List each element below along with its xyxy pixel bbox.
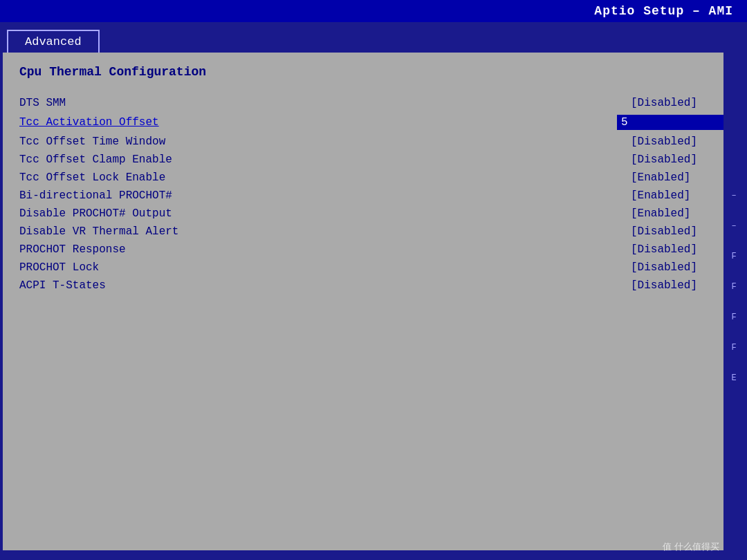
setting-label: Disable VR Thermal Alert <box>19 225 617 238</box>
setting-row[interactable]: PROCHOT Lock[Disabled] <box>19 259 728 277</box>
setting-row[interactable]: ACPI T-States[Disabled] <box>19 277 728 295</box>
setting-row[interactable]: PROCHOT Response[Disabled] <box>19 241 728 259</box>
page-title: Cpu Thermal Configuration <box>19 65 728 79</box>
setting-row[interactable]: Tcc Offset Time Window[Disabled] <box>19 133 728 151</box>
tab-row: Advanced <box>0 22 747 53</box>
setting-value[interactable]: [Enabled] <box>617 171 728 184</box>
setting-label: DTS SMM <box>19 97 617 109</box>
setting-label: ACPI T-States <box>19 279 617 292</box>
right-sidebar: – – F F F F E <box>723 53 744 550</box>
setting-value[interactable]: [Disabled] <box>617 136 728 148</box>
setting-value[interactable]: [Disabled] <box>617 279 728 292</box>
tab-advanced-label: Advanced <box>25 35 82 48</box>
setting-row[interactable]: Tcc Offset Lock Enable[Enabled] <box>19 169 728 187</box>
setting-label: Tcc Offset Clamp Enable <box>19 153 617 166</box>
setting-label: Disable PROCHOT# Output <box>19 207 617 220</box>
setting-row[interactable]: Disable PROCHOT# Output[Enabled] <box>19 205 728 223</box>
setting-value[interactable]: [Disabled] <box>617 261 728 274</box>
setting-value[interactable]: [Disabled] <box>617 225 728 238</box>
tab-advanced[interactable]: Advanced <box>7 30 100 53</box>
setting-value[interactable]: 5 <box>617 115 728 130</box>
setting-value[interactable]: [Disabled] <box>617 97 728 109</box>
setting-value[interactable]: [Disabled] <box>617 153 728 166</box>
setting-label: Tcc Offset Time Window <box>19 136 617 148</box>
setting-label: PROCHOT Response <box>19 243 617 256</box>
setting-row[interactable]: Disable VR Thermal Alert[Disabled] <box>19 223 728 241</box>
setting-label: Bi-directional PROCHOT# <box>19 189 617 202</box>
header-bar: Aptio Setup – AMI <box>0 0 747 22</box>
watermark: 值 什么值得买 <box>663 541 719 553</box>
watermark-text: 值 什么值得买 <box>663 541 719 552</box>
header-title: Aptio Setup – AMI <box>594 4 733 18</box>
setting-row[interactable]: DTS SMM[Disabled] <box>19 94 728 112</box>
setting-row[interactable]: Tcc Activation Offset5 <box>19 112 728 133</box>
setting-value[interactable]: [Enabled] <box>617 189 728 202</box>
setting-label: Tcc Activation Offset <box>19 116 617 129</box>
setting-value[interactable]: [Disabled] <box>617 243 728 256</box>
setting-label: PROCHOT Lock <box>19 261 617 274</box>
setting-label: Tcc Offset Lock Enable <box>19 171 617 184</box>
main-content: Cpu Thermal Configuration DTS SMM[Disabl… <box>3 53 744 550</box>
setting-row[interactable]: Tcc Offset Clamp Enable[Disabled] <box>19 151 728 169</box>
setting-row[interactable]: Bi-directional PROCHOT#[Enabled] <box>19 187 728 205</box>
setting-value[interactable]: [Enabled] <box>617 207 728 220</box>
settings-table: DTS SMM[Disabled]Tcc Activation Offset5T… <box>19 94 728 295</box>
